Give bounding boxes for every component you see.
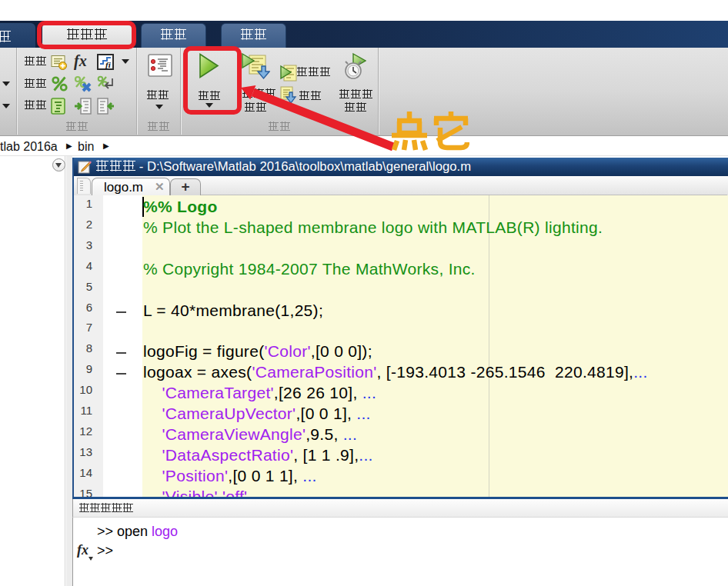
svg-text:fi: fi xyxy=(105,60,112,69)
